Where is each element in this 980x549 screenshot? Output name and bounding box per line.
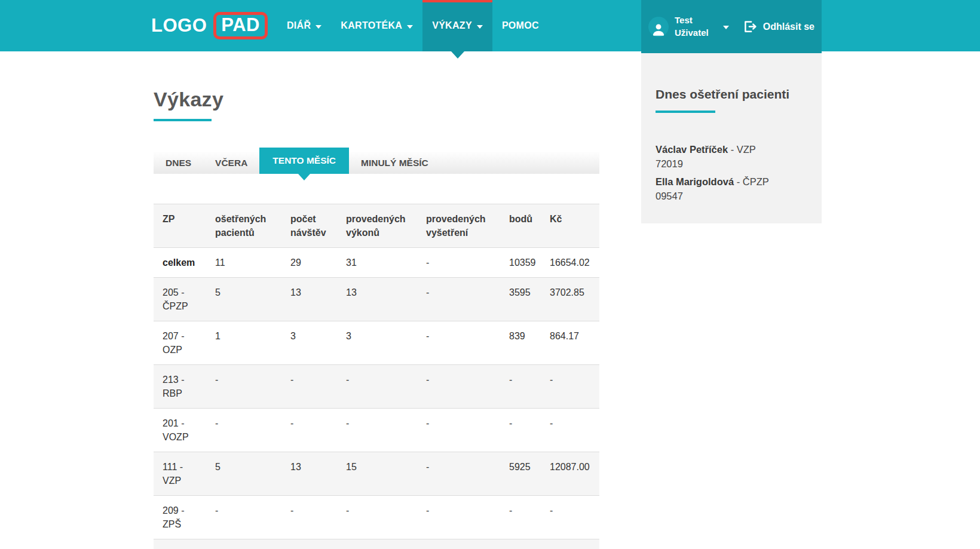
tab-tento-mesic[interactable]: TENTO MĚSÍC [259,148,349,174]
user-name[interactable]: Test Uživatel [675,14,709,39]
row-cell [154,539,599,549]
row-zp-cell: 209 - ZPŠ [154,496,206,539]
page-title: Výkazy [154,88,599,111]
reports-table: ZP ošetřených pacientů počet návštěv pro… [154,204,599,549]
user-dropdown-chevron-icon[interactable] [723,26,729,29]
tab-label: MINULÝ MĚSÍC [361,158,428,168]
nav-item-diar[interactable]: DIÁŘ [277,0,331,51]
column-header-pocet-navstev: počet návštěv [281,204,337,248]
avatar[interactable] [648,17,669,37]
nav-item-label: VÝKAZY [432,20,472,31]
row-cell: 13 [337,278,417,321]
row-zp-cell: 111 - VZP [154,452,206,496]
row-cell: 3 [281,321,337,365]
row-cell: - [500,409,541,452]
row-cell: - [281,496,337,539]
row-cell: - [206,409,281,452]
row-cell: - [541,409,599,452]
column-header-kc: Kč [541,204,599,248]
row-cell: 11 [206,248,281,278]
patients-list: Václav Petříček - VZP 72019 Ella Marigol… [656,142,807,203]
list-item: Ella Marigoldová - ČPZP 09547 [656,174,807,203]
patient-insurer: - ČPZP [734,176,769,187]
row-cell: 29 [281,248,337,278]
row-cell: 1 [206,321,281,365]
table-row: 207 - OZP 1 3 3 - 839 864.17 [154,321,599,365]
logo[interactable]: LOGO PAD [151,0,268,51]
row-cell: 12087.00 [541,452,599,496]
tab-label: DNES [166,158,191,168]
row-cell: - [337,496,417,539]
nav-item-label: DIÁŘ [287,20,311,31]
row-cell: - [417,452,500,496]
logout-icon [742,19,757,34]
row-cell: - [206,365,281,409]
sidebar-title: Dnes ošetření pacienti [656,87,807,102]
row-cell: - [206,496,281,539]
list-item: Václav Petříček - VZP 72019 [656,142,807,171]
tab-label: VČERA [215,158,247,168]
row-cell: - [337,365,417,409]
row-zp-cell: 205 - ČPZP [154,278,206,321]
person-icon [651,22,666,37]
table-row: celkem 11 29 31 - 10359 16654.02 [154,248,599,278]
title-accent-bar [154,119,212,121]
row-cell: - [417,248,500,278]
row-cell: 839 [500,321,541,365]
main-content: Výkazy DNES VČERA TENTO MĚSÍC MINULÝ MĚS… [154,51,599,549]
row-cell: 5 [206,452,281,496]
row-cell: 10359 [500,248,541,278]
tab-dnes[interactable]: DNES [154,152,203,174]
row-cell: 16654.02 [541,248,599,278]
row-cell: - [417,496,500,539]
logout-button[interactable]: Odhlásit se [742,19,814,34]
row-cell: - [417,409,500,452]
nav-item-label: POMOC [502,20,539,31]
row-cell: 31 [337,248,417,278]
table-row: 213 - RBP - - - - - - [154,365,599,409]
main-nav: DIÁŘ KARTOTÉKA VÝKAZY POMOC [277,0,549,51]
row-cell: 3595 [500,278,541,321]
row-cell: 13 [281,278,337,321]
sidebar-accent-bar [656,111,715,113]
app-header: LOGO PAD DIÁŘ KARTOTÉKA VÝKAZY POMOC Tes… [0,0,980,51]
tab-label: TENTO MĚSÍC [272,155,336,166]
nav-item-kartoteka[interactable]: KARTOTÉKA [331,0,422,51]
row-cell: - [417,365,500,409]
row-cell: 3702.85 [541,278,599,321]
column-header-bodu: bodů [500,204,541,248]
table-row: 209 - ZPŠ - - - - - - [154,496,599,539]
nav-item-pomoc[interactable]: POMOC [492,0,549,51]
tab-vcera[interactable]: VČERA [203,152,259,174]
table-header-row: ZP ošetřených pacientů počet návštěv pro… [154,204,599,248]
report-period-tabs: DNES VČERA TENTO MĚSÍC MINULÝ MĚSÍC [154,152,599,174]
row-cell: - [281,409,337,452]
row-cell: - [417,278,500,321]
column-header-provedenych-vysetreni: provedených vyšetření [417,204,500,248]
row-cell: 5 [206,278,281,321]
chevron-down-icon [477,25,483,29]
tab-minuly-mesic[interactable]: MINULÝ MĚSÍC [349,152,440,174]
column-header-osetrenych-pacientu: ošetřených pacientů [206,204,281,248]
row-zp-cell: 201 - VOZP [154,409,206,452]
row-cell: - [417,321,500,365]
table-row-partially-visible [154,539,599,549]
row-cell: - [281,365,337,409]
user-name-line2: Uživatel [675,27,709,39]
row-cell: 13 [281,452,337,496]
logo-text: LOGO [151,15,207,36]
row-zp-cell: 213 - RBP [154,365,206,409]
nav-item-vykazy[interactable]: VÝKAZY [422,0,492,51]
user-name-line1: Test [675,14,709,27]
logo-badge: PAD [213,12,268,39]
patient-number: 09547 [656,189,807,203]
row-cell: - [500,365,541,409]
today-patients-panel: Dnes ošetření pacienti Václav Petříček -… [641,53,822,223]
row-zp-cell: celkem [154,248,206,278]
table-row: 111 - VZP 5 13 15 - 5925 12087.00 [154,452,599,496]
patient-number: 72019 [656,157,807,171]
row-cell: 5925 [500,452,541,496]
logout-label: Odhlásit se [763,22,814,32]
row-cell: - [500,496,541,539]
row-cell: - [541,496,599,539]
